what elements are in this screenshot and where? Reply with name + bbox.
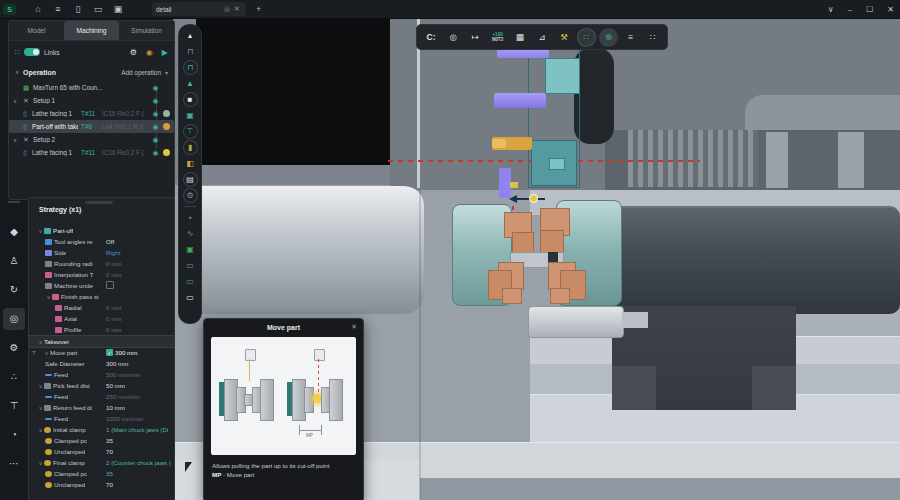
target-icon[interactable]: ◉ bbox=[151, 136, 160, 144]
param-row[interactable]: Axial 0 mm bbox=[29, 313, 175, 324]
app-logo[interactable]: S bbox=[3, 4, 16, 15]
param-row[interactable]: Radial 0 mm bbox=[29, 302, 175, 313]
param-row[interactable]: Rounding radi 0 mm bbox=[29, 258, 175, 269]
tree-row-setup2[interactable]: ∨ ✕ Setup 2 ◉ bbox=[9, 133, 174, 146]
new-tab-button[interactable]: + bbox=[256, 4, 261, 14]
tab-simulation[interactable]: Simulation bbox=[119, 21, 174, 40]
lock-active-icon[interactable]: ⊓ bbox=[183, 60, 198, 75]
open-folder-icon[interactable]: ▭ bbox=[88, 1, 108, 17]
param-row[interactable]: Unclamped 70 bbox=[29, 479, 175, 490]
param-row[interactable]: Interpolation T 0 mm bbox=[29, 269, 175, 280]
param-row[interactable]: Clamped pc 35 bbox=[29, 468, 175, 479]
param-row-part-off[interactable]: ∨ Part-off bbox=[29, 225, 175, 236]
param-row[interactable]: Feed 1000 mm/min bbox=[29, 413, 175, 424]
compass-icon[interactable]: ◎ bbox=[3, 308, 25, 330]
param-row-finish-pass[interactable]: ∨ Finish pass st bbox=[29, 291, 175, 302]
fixture-icon[interactable]: ◧ bbox=[183, 156, 198, 171]
menu-icon[interactable]: ≡ bbox=[48, 1, 68, 17]
camera-icon[interactable]: ▭ bbox=[183, 258, 198, 273]
user-icon[interactable]: ♙ bbox=[3, 250, 25, 272]
param-row[interactable]: Profile 0 mm bbox=[29, 324, 175, 335]
sync-icon[interactable]: ↻ bbox=[3, 279, 25, 301]
stock-cylinder[interactable] bbox=[196, 186, 424, 314]
list-icon[interactable]: ≡ bbox=[621, 28, 640, 47]
probe-icon[interactable]: ◎ bbox=[444, 28, 463, 47]
panel-handle[interactable] bbox=[85, 201, 113, 204]
links-graph-icon[interactable]: ∷ bbox=[15, 48, 20, 57]
sidebar-handle[interactable] bbox=[8, 201, 20, 203]
run-simulation-icon[interactable]: ▶ bbox=[162, 48, 168, 57]
param-row[interactable]: Machine unde bbox=[29, 280, 175, 291]
tree-row-part-off[interactable]: ▯ Part-off with takeo... T#6 La4 Re0.2 R… bbox=[9, 120, 174, 133]
table-icon[interactable]: ▦ bbox=[510, 28, 529, 47]
param-row[interactable]: Side Right bbox=[29, 247, 175, 258]
links-toggle[interactable] bbox=[24, 48, 40, 56]
machine-tool-icon[interactable]: ⚒ bbox=[555, 28, 574, 47]
chart-icon[interactable]: ⊿ bbox=[532, 28, 551, 47]
gear-icon[interactable]: ⚙ bbox=[3, 337, 25, 359]
lock-icon[interactable]: ⊓ bbox=[183, 44, 198, 59]
param-row-return-feed[interactable]: ∨ Return feed di 10 mm bbox=[29, 402, 175, 413]
tool-holder-icon[interactable]: ⊤ bbox=[183, 124, 198, 139]
param-row-move-part[interactable]: ? ∨ Move part ✓300 mm bbox=[29, 347, 175, 358]
counter-spindle-body[interactable] bbox=[612, 206, 900, 314]
new-file-icon[interactable]: ▯ bbox=[68, 1, 88, 17]
tree-row-setup1[interactable]: ∨ ✕ Setup 1 ◉ bbox=[9, 94, 174, 107]
close-button[interactable]: ✕ bbox=[887, 5, 894, 14]
maximize-button[interactable]: ☐ bbox=[866, 5, 873, 14]
target-icon[interactable]: ◉ bbox=[151, 123, 160, 131]
param-row[interactable]: Feed 500 mm/min bbox=[29, 369, 175, 380]
target-icon[interactable]: ◉ bbox=[151, 97, 160, 105]
checkbox-checked[interactable]: ✓ bbox=[106, 349, 113, 356]
param-row[interactable]: Unclamped 70 bbox=[29, 446, 175, 457]
tool-icon[interactable]: ⊤ bbox=[3, 395, 25, 417]
param-row[interactable]: Tool angles re Off bbox=[29, 236, 175, 247]
mesh-icon[interactable]: ⊛ bbox=[599, 28, 618, 47]
add-operation-caret[interactable]: ▾ bbox=[165, 69, 168, 76]
camera-active-icon[interactable]: ▭ bbox=[183, 274, 198, 289]
export-icon[interactable]: ↦ bbox=[466, 28, 485, 47]
solid-icon[interactable]: ▣ bbox=[183, 242, 198, 257]
dot-icon[interactable]: ● bbox=[183, 210, 198, 225]
checkbox-unchecked[interactable] bbox=[106, 281, 114, 289]
collapse-icon[interactable]: ▴ bbox=[183, 28, 198, 43]
param-row[interactable]: Feed 250 mm/min bbox=[29, 391, 175, 402]
grid-icon[interactable]: ∷ bbox=[643, 28, 662, 47]
param-row[interactable]: Safe Diameter 300 mm bbox=[29, 358, 175, 369]
bar-icon[interactable]: ▮ bbox=[183, 140, 198, 155]
tab-model[interactable]: Model bbox=[9, 21, 64, 40]
chat-icon[interactable]: ▭ bbox=[183, 290, 198, 305]
popup-close-icon[interactable]: ✕ bbox=[351, 323, 357, 331]
pin-icon[interactable]: ◎ bbox=[222, 5, 232, 13]
cnc-icon[interactable]: C: bbox=[422, 28, 441, 47]
blades-icon[interactable]: ◆ bbox=[3, 221, 25, 243]
nodes-icon[interactable]: ∴ bbox=[3, 366, 25, 388]
home-icon[interactable]: ⌂ bbox=[28, 1, 48, 17]
power-icon[interactable]: ◔ bbox=[3, 424, 25, 446]
purple-tool-mid[interactable] bbox=[494, 93, 546, 108]
param-row-initial-clamp[interactable]: ∨ Initial clamp 1 (Main chuck jaws (Di bbox=[29, 424, 175, 435]
param-row[interactable]: Clamped pc 35 bbox=[29, 435, 175, 446]
tailstock-quill[interactable] bbox=[528, 306, 624, 338]
machine-setup-icon[interactable]: ◉ bbox=[146, 48, 153, 57]
chuck-icon[interactable]: ▲ bbox=[183, 76, 198, 91]
target-icon[interactable]: ◉ bbox=[151, 149, 160, 157]
collapse-icon[interactable]: ∧ bbox=[15, 69, 19, 75]
tree-row-machine[interactable]: ▦ MaxTurn 65 with Coun... ◉ bbox=[9, 81, 174, 94]
links-dots-icon[interactable]: ∷ bbox=[577, 28, 596, 47]
jaws-icon[interactable]: ▣ bbox=[183, 108, 198, 123]
param-row-pick-feed[interactable]: ∨ Pick feed dist 50 mm bbox=[29, 380, 175, 391]
tree-row-lathe-facing-1[interactable]: ▯ Lathe facing 1 T#11 IC16 Re0.2 F ( ◉ bbox=[9, 107, 174, 120]
add-operation-button[interactable]: Add operation bbox=[121, 69, 161, 76]
paste-icon[interactable]: ▣ bbox=[108, 1, 128, 17]
help-icon[interactable]: ? bbox=[32, 349, 35, 356]
settings-icon[interactable]: ⚙ bbox=[183, 188, 198, 203]
document-tab[interactable]: detail ◎ ✕ bbox=[152, 2, 246, 16]
more-icon[interactable]: ⋯ bbox=[3, 453, 25, 475]
target-icon[interactable]: ◉ bbox=[151, 84, 160, 92]
param-row-final-clamp[interactable]: ∨ Final clamp 2 (Counter chuck jaws ( bbox=[29, 457, 175, 468]
minimize-button[interactable]: – bbox=[848, 5, 852, 14]
tab-machining[interactable]: Machining bbox=[64, 21, 119, 40]
target-icon[interactable]: ◉ bbox=[151, 110, 160, 118]
tree-row-lathe-facing-2[interactable]: ▯ Lathe facing 1 T#11 IC16 Re0.2 F ( ◉ bbox=[9, 146, 174, 159]
